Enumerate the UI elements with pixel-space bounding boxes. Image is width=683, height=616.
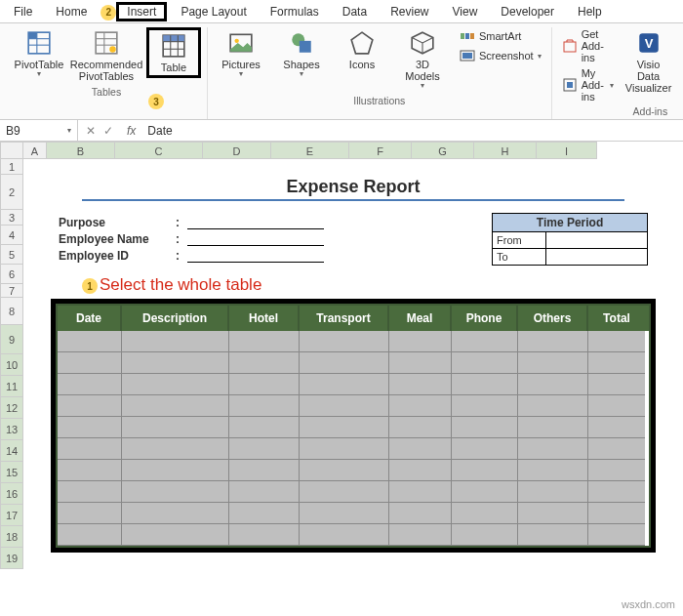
row-header-8[interactable]: 8: [0, 298, 23, 325]
table-cell[interactable]: [300, 460, 389, 481]
table-row[interactable]: [58, 395, 649, 417]
table-cell[interactable]: [58, 460, 122, 481]
table-cell[interactable]: [300, 331, 389, 352]
col-header-F[interactable]: F: [349, 142, 412, 159]
table-cell[interactable]: [452, 395, 518, 417]
menu-insert[interactable]: Insert: [116, 2, 167, 21]
col-header-B[interactable]: B: [47, 142, 115, 159]
table-cell[interactable]: [300, 524, 389, 546]
row-header-7[interactable]: 7: [0, 284, 23, 298]
row-header-2[interactable]: 2: [0, 175, 23, 210]
table-cell[interactable]: [518, 352, 588, 374]
table-cell[interactable]: [389, 503, 452, 524]
table-cell[interactable]: [389, 524, 452, 546]
table-cell[interactable]: [389, 417, 452, 438]
table-cell[interactable]: [452, 524, 518, 546]
table-cell[interactable]: [588, 503, 645, 524]
table-cell[interactable]: [452, 438, 518, 460]
expense-table-selection[interactable]: DateDescriptionHotelTransportMealPhoneOt…: [51, 299, 656, 553]
table-cell[interactable]: [588, 352, 645, 374]
table-cell[interactable]: [518, 460, 588, 481]
row-header-11[interactable]: 11: [0, 376, 23, 397]
table-row[interactable]: [58, 481, 649, 503]
name-box[interactable]: B9 ▾: [0, 120, 78, 141]
menu-review[interactable]: Review: [381, 3, 438, 21]
employee-id-field[interactable]: [187, 249, 324, 263]
table-cell[interactable]: [58, 352, 122, 374]
recommended-pivottables-button[interactable]: Recommended PivotTables: [72, 27, 141, 84]
enter-icon[interactable]: ✓: [103, 124, 113, 138]
table-cell[interactable]: [389, 438, 452, 460]
table-cell[interactable]: [300, 374, 389, 395]
col-header-H[interactable]: H: [474, 142, 537, 159]
table-cell[interactable]: [229, 331, 300, 352]
table-cell[interactable]: [518, 395, 588, 417]
row-header-13[interactable]: 13: [0, 419, 23, 440]
table-cell[interactable]: [229, 438, 300, 460]
table-cell[interactable]: [122, 417, 229, 438]
table-cell[interactable]: [452, 331, 518, 352]
table-cell[interactable]: [122, 481, 229, 503]
row-header-19[interactable]: 19: [0, 548, 23, 569]
my-addins-button[interactable]: My Add-ins ▾: [558, 66, 618, 103]
col-header-C[interactable]: C: [115, 142, 203, 159]
table-cell[interactable]: [300, 352, 389, 374]
table-cell[interactable]: [452, 503, 518, 524]
table-cell[interactable]: [122, 503, 229, 524]
table-cell[interactable]: [229, 352, 300, 374]
table-cell[interactable]: [588, 395, 645, 417]
table-cell[interactable]: [229, 524, 300, 546]
table-cell[interactable]: [389, 481, 452, 503]
table-cell[interactable]: [58, 438, 122, 460]
row-header-14[interactable]: 14: [0, 440, 23, 462]
table-row[interactable]: [58, 460, 649, 481]
row-header-10[interactable]: 10: [0, 354, 23, 376]
row-header-15[interactable]: 15: [0, 462, 23, 483]
people-graph-button[interactable]: People Graph: [679, 55, 683, 80]
row-header-3[interactable]: 3: [0, 210, 23, 226]
table-cell[interactable]: [58, 331, 122, 352]
table-cell[interactable]: [122, 460, 229, 481]
menu-view[interactable]: View: [443, 3, 488, 21]
pivottable-button[interactable]: PivotTable ▾: [12, 27, 66, 81]
employee-name-field[interactable]: [187, 232, 324, 246]
table-cell[interactable]: [518, 503, 588, 524]
screenshot-button[interactable]: Screenshot ▾: [456, 47, 545, 64]
col-header-G[interactable]: G: [412, 142, 474, 159]
row-header-12[interactable]: 12: [0, 397, 23, 419]
table-cell[interactable]: [389, 460, 452, 481]
table-cell[interactable]: [389, 331, 452, 352]
fx-label[interactable]: fx: [121, 124, 141, 138]
cancel-icon[interactable]: ✕: [86, 124, 96, 138]
row-header-4[interactable]: 4: [0, 226, 23, 245]
table-cell[interactable]: [229, 395, 300, 417]
table-cell[interactable]: [122, 524, 229, 546]
row-header-1[interactable]: 1: [0, 159, 23, 175]
table-button[interactable]: Table: [146, 27, 201, 78]
table-cell[interactable]: [518, 524, 588, 546]
table-cell[interactable]: [389, 374, 452, 395]
table-cell[interactable]: [58, 374, 122, 395]
menu-formulas[interactable]: Formulas: [261, 3, 329, 21]
row-header-6[interactable]: 6: [0, 265, 23, 284]
table-cell[interactable]: [300, 417, 389, 438]
from-value[interactable]: [546, 232, 647, 249]
table-cell[interactable]: [229, 417, 300, 438]
table-row[interactable]: [58, 417, 649, 438]
row-header-9[interactable]: 9: [0, 325, 23, 354]
table-cell[interactable]: [518, 417, 588, 438]
col-header-I[interactable]: I: [537, 142, 597, 159]
table-cell[interactable]: [122, 374, 229, 395]
table-cell[interactable]: [58, 481, 122, 503]
table-cell[interactable]: [122, 395, 229, 417]
menu-help[interactable]: Help: [568, 3, 612, 21]
table-cell[interactable]: [518, 331, 588, 352]
3d-models-button[interactable]: 3D Models ▾: [395, 27, 450, 93]
table-cell[interactable]: [58, 395, 122, 417]
table-row[interactable]: [58, 524, 649, 546]
table-cell[interactable]: [389, 395, 452, 417]
table-cell[interactable]: [58, 503, 122, 524]
table-cell[interactable]: [452, 417, 518, 438]
table-cell[interactable]: [58, 524, 122, 546]
table-cell[interactable]: [58, 417, 122, 438]
